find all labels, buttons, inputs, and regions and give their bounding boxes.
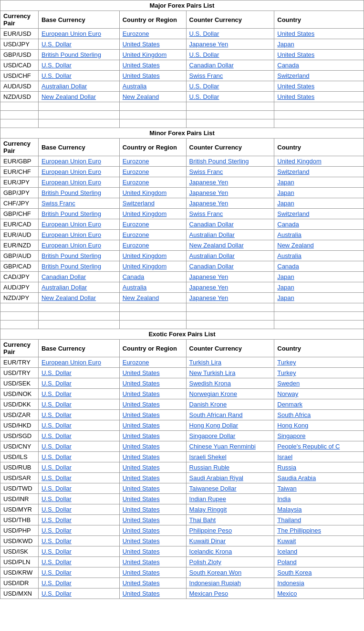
table-cell: United States (119, 536, 186, 546)
table-cell (186, 321, 274, 329)
table-cell: British Pound Sterling (186, 156, 274, 167)
table-cell: Eurozone (119, 177, 186, 188)
table-cell: Japanese Yen (186, 198, 274, 209)
table-cell: British Pound Sterling (38, 50, 119, 60)
table-cell: U.S. Dollar (38, 452, 119, 462)
table-row: USD/CHFU.S. DollarUnited StatesSwiss Fra… (0, 71, 364, 81)
table-cell: EUR/GBP (0, 156, 39, 167)
table-cell: Malaysia (274, 504, 364, 515)
table-row: GBP/AUDBritish Pound SterlingUnited King… (0, 251, 364, 261)
table-cell: EUR/CHF (0, 167, 39, 177)
table-cell: European Union Euro (38, 357, 119, 368)
table-row (0, 111, 364, 119)
table-cell: Japan (274, 39, 364, 50)
table-cell (38, 102, 119, 111)
table-cell: Mexican Peso (186, 588, 274, 599)
table-cell: United States (119, 525, 186, 536)
table-row: USD/SGDU.S. DollarUnited StatesSingapore… (0, 431, 364, 441)
table-cell (119, 312, 186, 321)
table-row: USD/INRU.S. DollarUnited StatesIndian Ru… (0, 494, 364, 504)
table-cell: Eurozone (119, 167, 186, 177)
table-cell: USD/PLN (0, 557, 39, 567)
table-cell: Australia (119, 282, 186, 293)
table-cell: U.S. Dollar (38, 378, 119, 389)
table-cell: Chinese Yuan Renminbi (186, 441, 274, 452)
table-cell: U.S. Dollar (38, 39, 119, 50)
table-cell (38, 321, 119, 329)
table-cell (0, 119, 39, 128)
table-row: EUR/GBPEuropean Union EuroEurozoneBritis… (0, 156, 364, 167)
table-cell: USD/ISK (0, 546, 39, 557)
table-cell: Switzerland (274, 209, 364, 219)
table-cell: United States (119, 389, 186, 399)
table-row: GBP/CHFBritish Pound SterlingUnited King… (0, 209, 364, 219)
table-cell: New Zealand (119, 92, 186, 102)
table-cell: Philippine Peso (186, 525, 274, 536)
table-cell: Denmark (274, 399, 364, 410)
table-cell: Indian Rupee (186, 494, 274, 504)
table-cell: Danish Krone (186, 399, 274, 410)
table-cell: Japan (274, 272, 364, 282)
table-cell: USD/SEK (0, 378, 39, 389)
table-cell: United States (274, 50, 364, 60)
forex-pairs-table: Major Forex Pairs ListCurrency PairBase … (0, 0, 364, 599)
table-cell: USD/CAD (0, 60, 39, 71)
table-cell: United States (119, 441, 186, 452)
table-cell: United Kingdom (119, 209, 186, 219)
table-cell: Japanese Yen (186, 293, 274, 303)
column-header: Counter Currency (186, 139, 274, 156)
table-cell: GBP/CHF (0, 209, 39, 219)
table-row: EUR/CHFEuropean Union EuroEurozoneSwiss … (0, 167, 364, 177)
table-cell: Iceland (274, 546, 364, 557)
table-cell (38, 312, 119, 321)
table-cell: Swiss Franc (186, 71, 274, 81)
section-header: Major Forex Pairs List (0, 0, 364, 11)
table-row: GBP/JPYBritish Pound SterlingUnited King… (0, 188, 364, 198)
table-cell: United States (119, 410, 186, 420)
column-header: Base Currency (38, 11, 119, 29)
table-cell: USD/DKK (0, 399, 39, 410)
table-cell: Japanese Yen (186, 39, 274, 50)
table-cell: USD/KWD (0, 536, 39, 546)
table-cell: Indonesia (274, 578, 364, 588)
table-cell: New Zealand Dollar (38, 92, 119, 102)
table-cell: U.S. Dollar (38, 368, 119, 378)
column-header: Currency Pair (0, 340, 39, 357)
table-row: EUR/USDEuropean Union EuroEurozoneU.S. D… (0, 29, 364, 39)
table-cell: Swiss Franc (38, 198, 119, 209)
table-cell: U.S. Dollar (38, 546, 119, 557)
table-cell: Eurozone (119, 156, 186, 167)
table-cell: Switzerland (274, 167, 364, 177)
table-cell: South Korean Won (186, 567, 274, 578)
table-cell: Switzerland (119, 198, 186, 209)
table-cell: United States (119, 368, 186, 378)
table-cell: USD/HKD (0, 420, 39, 431)
column-header: Country (274, 11, 364, 29)
table-cell: Canadian Dollar (186, 261, 274, 272)
table-row: USD/TWDU.S. DollarUnited StatesTaiwanese… (0, 483, 364, 494)
table-row: USD/TRYU.S. DollarUnited StatesNew Turki… (0, 368, 364, 378)
table-cell: United States (274, 81, 364, 92)
table-cell: United States (119, 378, 186, 389)
table-cell: People's Republic of C (274, 441, 364, 452)
table-cell (186, 119, 274, 128)
table-row: USD/IDRU.S. DollarUnited StatesIndonesia… (0, 578, 364, 588)
table-cell: Eurozone (119, 219, 186, 230)
table-cell (186, 312, 274, 321)
table-cell: Kuwait (274, 536, 364, 546)
table-cell: Japan (274, 188, 364, 198)
table-cell: European Union Euro (38, 177, 119, 188)
table-cell (274, 303, 364, 312)
table-cell: European Union Euro (38, 219, 119, 230)
table-cell: United Kingdom (119, 50, 186, 60)
table-cell: U.S. Dollar (38, 536, 119, 546)
table-cell (119, 303, 186, 312)
table-cell: EUR/AUD (0, 230, 39, 240)
table-cell: Canadian Dollar (186, 60, 274, 71)
table-cell: United States (119, 473, 186, 483)
table-cell: Hong Kong (274, 420, 364, 431)
table-cell: Canada (119, 272, 186, 282)
table-cell: U.S. Dollar (38, 494, 119, 504)
table-cell: U.S. Dollar (38, 525, 119, 536)
table-cell: Eurozone (119, 230, 186, 240)
